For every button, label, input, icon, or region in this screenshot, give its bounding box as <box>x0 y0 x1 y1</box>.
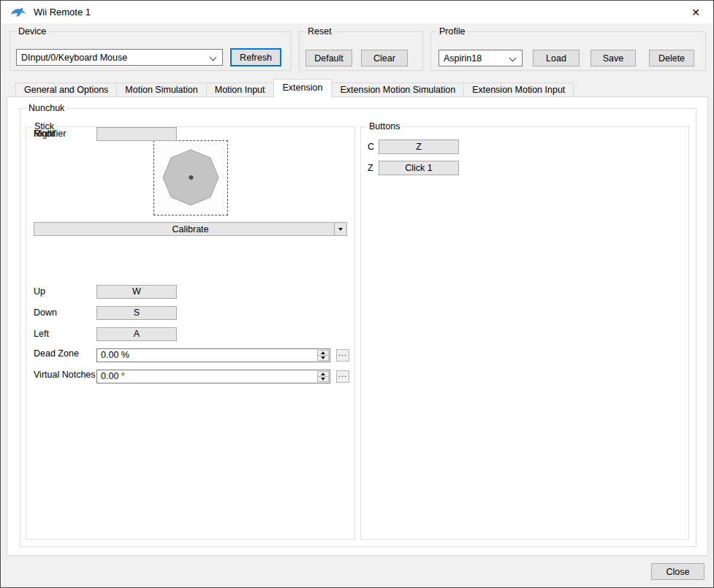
calibrate-dropdown-arrow[interactable] <box>334 223 346 235</box>
device-group-label: Device <box>16 26 48 37</box>
close-icon: ✕ <box>691 7 700 18</box>
spin-down-button[interactable] <box>317 355 329 361</box>
tab-extension[interactable]: Extension <box>273 79 333 97</box>
virtual-notches-spinbox[interactable]: 0.00 ° <box>96 370 330 383</box>
load-button[interactable]: Load <box>533 50 580 66</box>
tab-extension-motion-simulation[interactable]: Extension Motion Simulation <box>331 83 464 97</box>
down-mapping-button[interactable]: S <box>96 306 177 320</box>
window-close-button[interactable]: ✕ <box>679 1 713 23</box>
default-button[interactable]: Default <box>305 50 352 66</box>
refresh-button[interactable]: Refresh <box>230 48 281 66</box>
z-label: Z <box>368 163 373 173</box>
profile-combobox[interactable]: Aspirin18 <box>438 50 523 66</box>
mapping-row-down: Down S <box>34 306 349 320</box>
modifier-mapping-button[interactable] <box>96 127 177 141</box>
clear-button[interactable]: Clear <box>361 50 408 66</box>
title-bar: Wii Remote 1 ✕ <box>1 1 713 23</box>
mapping-row-up: Up W <box>34 285 349 299</box>
dead-zone-value: 0.00 % <box>101 350 129 360</box>
stick-indicator <box>153 140 228 215</box>
c-mapping-button[interactable]: Z <box>379 140 459 154</box>
chevron-down-icon <box>210 54 217 61</box>
device-group: Device DInput/0/Keyboard Mouse Refresh <box>10 31 292 71</box>
spin-up-icon <box>321 351 325 354</box>
dolphin-logo-icon <box>10 7 26 18</box>
reset-group-label: Reset <box>305 26 334 37</box>
window-title: Wii Remote 1 <box>34 7 91 18</box>
profile-combobox-value: Aspirin18 <box>444 53 482 64</box>
save-button[interactable]: Save <box>590 50 636 66</box>
dead-zone-advanced-button[interactable]: ... <box>336 349 349 362</box>
calibrate-button-label: Calibrate <box>172 224 208 234</box>
device-combobox-value: DInput/0/Keyboard Mouse <box>21 53 127 63</box>
virtual-notches-row: Virtual Notches 0.00 ° ... <box>34 370 356 383</box>
buttons-group: Buttons C Z Z Click 1 <box>360 126 689 540</box>
z-button-row: Z Click 1 <box>368 161 682 175</box>
tab-extension-motion-input[interactable]: Extension Motion Input <box>463 83 574 97</box>
spin-down-button[interactable] <box>317 376 329 382</box>
mapping-label: Down <box>34 308 57 318</box>
tab-motion-simulation[interactable]: Motion Simulation <box>116 83 206 97</box>
reset-group: Reset Default Clear <box>299 31 423 71</box>
mapping-label: Up <box>34 286 45 297</box>
dead-zone-row: Dead Zone 0.00 % ... <box>34 348 356 362</box>
dead-zone-spinbox[interactable]: 0.00 % <box>96 348 330 362</box>
z-mapping-button[interactable]: Click 1 <box>379 161 459 175</box>
stick-group: Stick Calibrate Up W Down S Left A Righ <box>26 126 355 540</box>
device-combobox[interactable]: DInput/0/Keyboard Mouse <box>16 49 223 66</box>
chevron-down-icon <box>509 55 517 62</box>
c-button-row: C Z <box>368 140 682 154</box>
virtual-notches-advanced-button[interactable]: ... <box>336 370 349 383</box>
up-mapping-button[interactable]: W <box>96 285 177 299</box>
profile-group: Profile Aspirin18 Load Save Delete <box>430 31 706 71</box>
virtual-notches-value: 0.00 ° <box>101 371 125 381</box>
wii-remote-config-window: Wii Remote 1 ✕ Device DInput/0/Keyboard … <box>0 0 714 588</box>
mapping-label: Modifier <box>34 129 66 139</box>
mapping-row-left: Left A <box>34 327 349 341</box>
c-label: C <box>368 142 374 152</box>
tab-general-and-options[interactable]: General and Options <box>15 83 117 97</box>
profile-group-label: Profile <box>437 26 467 37</box>
delete-button[interactable]: Delete <box>649 50 694 66</box>
close-button[interactable]: Close <box>651 563 704 580</box>
spin-down-icon <box>321 378 325 381</box>
buttons-group-label: Buttons <box>367 121 402 131</box>
spin-buttons <box>317 350 329 361</box>
spin-up-icon <box>321 373 325 375</box>
mapping-row-modifier: Modifier <box>34 127 349 141</box>
mapping-label: Left <box>34 329 49 339</box>
tab-bar: General and Options Motion Simulation Mo… <box>15 79 574 97</box>
calibrate-button[interactable]: Calibrate <box>34 222 347 236</box>
dead-zone-label: Dead Zone <box>34 348 79 359</box>
left-mapping-button[interactable]: A <box>96 327 177 341</box>
virtual-notches-label: Virtual Notches <box>34 370 96 380</box>
spin-down-icon <box>321 356 325 359</box>
tab-motion-input[interactable]: Motion Input <box>206 83 274 97</box>
spin-buttons <box>317 371 329 382</box>
stick-position-dot <box>189 175 194 180</box>
dropdown-arrow-icon <box>338 228 343 231</box>
nunchuk-group-label: Nunchuk <box>26 103 67 113</box>
